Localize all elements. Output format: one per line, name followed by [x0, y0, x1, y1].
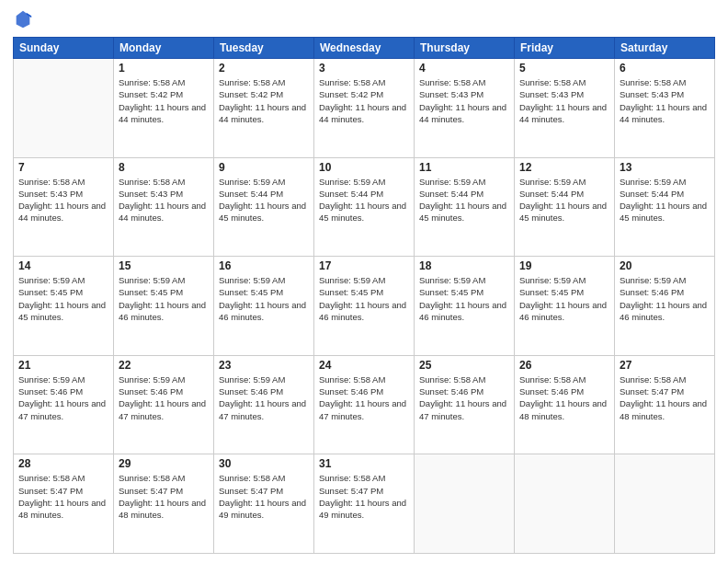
- day-info: Sunrise: 5:59 AMSunset: 5:46 PMDaylight:…: [620, 274, 710, 323]
- day-number: 14: [18, 259, 108, 272]
- day-number: 1: [119, 62, 209, 75]
- day-number: 26: [519, 359, 609, 372]
- day-number: 6: [620, 62, 710, 75]
- calendar-cell: 18Sunrise: 5:59 AMSunset: 5:45 PMDayligh…: [415, 257, 515, 356]
- day-number: 23: [219, 359, 309, 372]
- calendar-cell: 3Sunrise: 5:58 AMSunset: 5:42 PMDaylight…: [314, 59, 415, 158]
- day-info: Sunrise: 5:58 AMSunset: 5:47 PMDaylight:…: [219, 472, 309, 521]
- day-info: Sunrise: 5:58 AMSunset: 5:43 PMDaylight:…: [419, 76, 509, 125]
- day-number: 10: [319, 161, 409, 174]
- calendar-cell: 2Sunrise: 5:58 AMSunset: 5:42 PMDaylight…: [214, 59, 314, 158]
- day-number: 7: [18, 161, 108, 174]
- day-info: Sunrise: 5:58 AMSunset: 5:42 PMDaylight:…: [119, 76, 209, 125]
- day-info: Sunrise: 5:59 AMSunset: 5:44 PMDaylight:…: [620, 176, 710, 224]
- day-info: Sunrise: 5:58 AMSunset: 5:47 PMDaylight:…: [620, 373, 710, 422]
- day-number: 30: [219, 457, 309, 470]
- calendar-header-sunday: Sunday: [14, 38, 114, 59]
- day-number: 19: [519, 259, 609, 272]
- day-info: Sunrise: 5:59 AMSunset: 5:44 PMDaylight:…: [219, 176, 309, 224]
- calendar-cell: 29Sunrise: 5:58 AMSunset: 5:47 PMDayligh…: [114, 454, 214, 554]
- calendar-cell: 19Sunrise: 5:59 AMSunset: 5:45 PMDayligh…: [515, 257, 615, 356]
- calendar-cell: 9Sunrise: 5:59 AMSunset: 5:44 PMDaylight…: [214, 157, 314, 257]
- calendar-week-2: 7Sunrise: 5:58 AMSunset: 5:43 PMDaylight…: [14, 157, 715, 257]
- calendar-cell: 16Sunrise: 5:59 AMSunset: 5:45 PMDayligh…: [214, 257, 314, 356]
- day-number: 13: [620, 161, 710, 174]
- day-info: Sunrise: 5:59 AMSunset: 5:44 PMDaylight:…: [319, 176, 409, 224]
- calendar-cell: 5Sunrise: 5:58 AMSunset: 5:43 PMDaylight…: [515, 59, 615, 158]
- calendar-cell: 22Sunrise: 5:59 AMSunset: 5:46 PMDayligh…: [114, 355, 214, 454]
- page: SundayMondayTuesdayWednesdayThursdayFrid…: [0, 0, 728, 563]
- day-info: Sunrise: 5:59 AMSunset: 5:44 PMDaylight:…: [519, 176, 609, 224]
- calendar-cell: 17Sunrise: 5:59 AMSunset: 5:45 PMDayligh…: [314, 257, 415, 356]
- day-number: 28: [18, 457, 108, 470]
- calendar-cell: 23Sunrise: 5:59 AMSunset: 5:46 PMDayligh…: [214, 355, 314, 454]
- day-info: Sunrise: 5:59 AMSunset: 5:45 PMDaylight:…: [219, 274, 309, 323]
- calendar-week-4: 21Sunrise: 5:59 AMSunset: 5:46 PMDayligh…: [14, 355, 715, 454]
- calendar-cell: 13Sunrise: 5:59 AMSunset: 5:44 PMDayligh…: [615, 157, 715, 257]
- calendar-week-1: 1Sunrise: 5:58 AMSunset: 5:42 PMDaylight…: [14, 59, 715, 158]
- calendar-cell: 12Sunrise: 5:59 AMSunset: 5:44 PMDayligh…: [515, 157, 615, 257]
- logo-icon: [13, 9, 33, 29]
- calendar-cell: 10Sunrise: 5:59 AMSunset: 5:44 PMDayligh…: [314, 157, 415, 257]
- day-info: Sunrise: 5:58 AMSunset: 5:46 PMDaylight:…: [419, 373, 509, 422]
- day-info: Sunrise: 5:59 AMSunset: 5:45 PMDaylight:…: [419, 274, 509, 323]
- calendar-week-5: 28Sunrise: 5:58 AMSunset: 5:47 PMDayligh…: [14, 454, 715, 554]
- day-number: 24: [319, 359, 409, 372]
- calendar-header-row: SundayMondayTuesdayWednesdayThursdayFrid…: [14, 38, 715, 59]
- calendar-cell: 25Sunrise: 5:58 AMSunset: 5:46 PMDayligh…: [415, 355, 515, 454]
- calendar-header-thursday: Thursday: [415, 38, 515, 59]
- day-info: Sunrise: 5:59 AMSunset: 5:45 PMDaylight:…: [319, 274, 409, 323]
- calendar-cell: 26Sunrise: 5:58 AMSunset: 5:46 PMDayligh…: [515, 355, 615, 454]
- day-number: 3: [319, 62, 409, 75]
- day-number: 15: [119, 259, 209, 272]
- logo: [13, 9, 37, 29]
- calendar-cell: [415, 454, 515, 554]
- calendar-header-friday: Friday: [515, 38, 615, 59]
- day-number: 4: [419, 62, 509, 75]
- calendar-cell: [14, 59, 114, 158]
- day-number: 2: [219, 62, 309, 75]
- day-number: 11: [419, 161, 509, 174]
- day-number: 5: [519, 62, 609, 75]
- day-info: Sunrise: 5:58 AMSunset: 5:42 PMDaylight:…: [319, 76, 409, 125]
- calendar-table: SundayMondayTuesdayWednesdayThursdayFrid…: [13, 37, 715, 554]
- day-number: 27: [620, 359, 710, 372]
- day-info: Sunrise: 5:58 AMSunset: 5:43 PMDaylight:…: [119, 176, 209, 224]
- day-info: Sunrise: 5:58 AMSunset: 5:43 PMDaylight:…: [620, 76, 710, 125]
- calendar-header-wednesday: Wednesday: [314, 38, 415, 59]
- day-number: 31: [319, 457, 409, 470]
- day-number: 9: [219, 161, 309, 174]
- day-info: Sunrise: 5:58 AMSunset: 5:47 PMDaylight:…: [18, 472, 108, 521]
- day-info: Sunrise: 5:59 AMSunset: 5:46 PMDaylight:…: [219, 373, 309, 422]
- calendar-cell: 30Sunrise: 5:58 AMSunset: 5:47 PMDayligh…: [214, 454, 314, 554]
- calendar-header-tuesday: Tuesday: [214, 38, 314, 59]
- calendar-header-monday: Monday: [114, 38, 214, 59]
- day-number: 16: [219, 259, 309, 272]
- day-number: 29: [119, 457, 209, 470]
- calendar-cell: 27Sunrise: 5:58 AMSunset: 5:47 PMDayligh…: [615, 355, 715, 454]
- header: [13, 9, 715, 29]
- calendar-cell: 11Sunrise: 5:59 AMSunset: 5:44 PMDayligh…: [415, 157, 515, 257]
- calendar-cell: 31Sunrise: 5:58 AMSunset: 5:47 PMDayligh…: [314, 454, 415, 554]
- day-number: 8: [119, 161, 209, 174]
- day-info: Sunrise: 5:58 AMSunset: 5:43 PMDaylight:…: [18, 176, 108, 224]
- day-info: Sunrise: 5:59 AMSunset: 5:46 PMDaylight:…: [18, 373, 108, 422]
- calendar-cell: 24Sunrise: 5:58 AMSunset: 5:46 PMDayligh…: [314, 355, 415, 454]
- calendar-cell: [615, 454, 715, 554]
- day-number: 22: [119, 359, 209, 372]
- calendar-cell: 7Sunrise: 5:58 AMSunset: 5:43 PMDaylight…: [14, 157, 114, 257]
- day-number: 21: [18, 359, 108, 372]
- calendar-cell: 4Sunrise: 5:58 AMSunset: 5:43 PMDaylight…: [415, 59, 515, 158]
- day-info: Sunrise: 5:58 AMSunset: 5:47 PMDaylight:…: [119, 472, 209, 521]
- day-info: Sunrise: 5:58 AMSunset: 5:47 PMDaylight:…: [319, 472, 409, 521]
- day-info: Sunrise: 5:59 AMSunset: 5:45 PMDaylight:…: [119, 274, 209, 323]
- calendar-cell: 28Sunrise: 5:58 AMSunset: 5:47 PMDayligh…: [14, 454, 114, 554]
- day-number: 12: [519, 161, 609, 174]
- day-info: Sunrise: 5:58 AMSunset: 5:43 PMDaylight:…: [519, 76, 609, 125]
- calendar-cell: 21Sunrise: 5:59 AMSunset: 5:46 PMDayligh…: [14, 355, 114, 454]
- day-number: 20: [620, 259, 710, 272]
- calendar-cell: 14Sunrise: 5:59 AMSunset: 5:45 PMDayligh…: [14, 257, 114, 356]
- calendar-cell: [515, 454, 615, 554]
- calendar-cell: 1Sunrise: 5:58 AMSunset: 5:42 PMDaylight…: [114, 59, 214, 158]
- day-number: 18: [419, 259, 509, 272]
